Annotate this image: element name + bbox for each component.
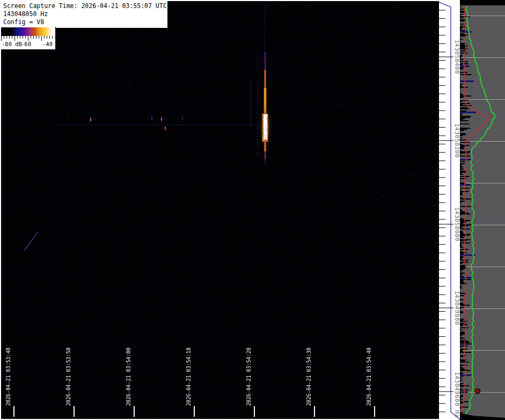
time-tick	[74, 406, 75, 417]
time-tick	[194, 406, 195, 417]
colorbar-label: -40	[42, 41, 53, 47]
center-frequency-text: 143048050 Hz	[3, 10, 165, 18]
intensity-colorbar: -80 dB-60-40	[1, 27, 56, 50]
time-label: 2026-04-21 03:54:00	[126, 348, 131, 406]
time-label: 2026-04-21 03:53:50	[65, 348, 71, 406]
time-label: 2026-04-21 03:54:40	[366, 348, 372, 406]
spectrum-lab-capture-window: Screen Capture Time: 2026-04-21 03:55:07…	[0, 0, 505, 420]
config-text: Config = V8	[3, 18, 165, 26]
time-label: 2026-04-21 03:54:30	[306, 348, 312, 406]
time-tick	[254, 406, 255, 417]
capture-time-text: Screen Capture Time: 2026-04-21 03:55:07…	[3, 2, 165, 10]
time-label: 2026-04-21 03:53:40	[5, 348, 11, 406]
time-tick	[13, 406, 14, 417]
capture-info-box: Screen Capture Time: 2026-04-21 03:55:07…	[1, 1, 168, 28]
colorbar-label: -60	[21, 41, 31, 47]
live-spectrum-panel	[460, 0, 505, 420]
colorbar-label: -80 dB	[2, 41, 22, 47]
time-tick	[374, 406, 375, 417]
time-label: 2026-04-21 03:54:20	[246, 348, 252, 406]
colorbar-labels: -80 dB-60-40	[1, 41, 55, 48]
time-tick	[314, 406, 315, 417]
time-tick	[134, 406, 135, 417]
colorbar-tick-ruler	[1, 36, 55, 41]
colorbar-gradient	[1, 27, 55, 36]
frequency-ruler: 1430504001430502001430500001430498001430…	[439, 0, 460, 420]
time-label: 2026-04-21 03:54:10	[186, 348, 192, 406]
